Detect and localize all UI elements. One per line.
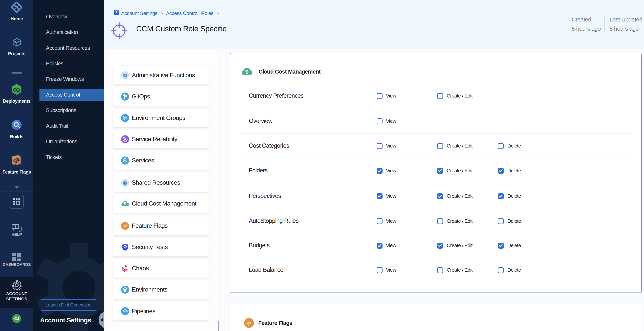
- svg-text:$: $: [124, 201, 126, 206]
- svg-text:?: ?: [14, 224, 16, 228]
- svg-text:$: $: [245, 69, 248, 75]
